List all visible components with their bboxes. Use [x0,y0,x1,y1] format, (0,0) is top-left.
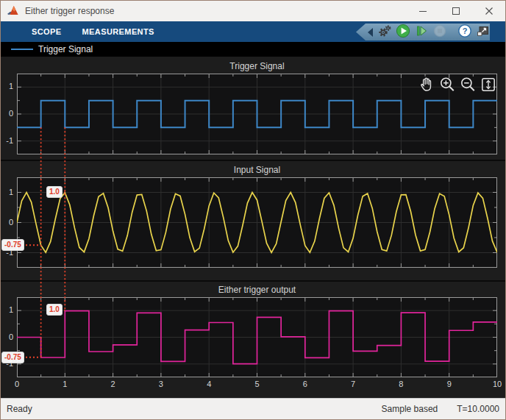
x-tick-label: 0 [9,380,25,388]
cursor-value-label-output-max: 1.0 [46,304,63,316]
help-button[interactable]: ? [457,24,472,40]
status-sim-time: T=10.0000 [457,404,499,414]
scope-window: Either trigger response SCOPE MEASUREMEN… [0,0,506,420]
x-tick-label: 5 [249,380,266,388]
x-tick-label: 7 [345,380,361,388]
fit-to-view-button[interactable] [479,76,497,95]
y-tick-label: -1 [1,136,13,145]
y-tick-label: 0 [1,218,13,227]
plot-canvas-2[interactable] [17,177,497,268]
zoom-out-button[interactable] [458,76,477,95]
x-tick-label: 6 [297,380,313,388]
step-forward-button[interactable] [414,24,429,40]
step-forward-icon [414,24,429,40]
legend[interactable]: Trigger Signal [1,42,505,57]
run-button[interactable] [396,24,410,40]
x-tick-label: 4 [201,380,217,388]
x-tick-label: 10 [489,380,505,388]
panel-title-trigger: Trigger Signal [17,61,497,71]
cursor-value-label-output-min: -0.75 [1,352,24,363]
status-sample-mode: Sample based [382,404,438,414]
tab-measurements-label: MEASUREMENTS [82,27,154,36]
dock-window-icon [476,24,491,40]
dock-button[interactable] [476,24,491,40]
collapse-arrow-icon[interactable] [368,28,373,37]
statusbar: Ready Sample based T=10.0000 [1,398,505,419]
y-tick-label: 0 [1,332,13,341]
maximize-button[interactable] [439,1,472,21]
panel-separator [1,160,505,161]
simulation-settings-button[interactable] [377,24,392,40]
x-tick-label: 9 [441,380,457,388]
stop-icon [432,24,447,40]
window-title: Either trigger response [25,6,114,16]
window-controls [406,1,505,21]
zoom-in-button[interactable] [438,76,456,95]
zoom-out-icon [459,76,477,96]
stop-button[interactable] [432,24,447,40]
y-tick-label: 1 [1,82,13,90]
zoom-in-icon [438,76,456,96]
ribbon-toolbar: SCOPE MEASUREMENTS [1,21,505,42]
scope-display: Trigger Signal Trigger Signal Input Sign… [1,42,505,398]
simulation-toolbar: ? [356,24,490,40]
svg-text:?: ? [463,26,468,35]
axes-hover-toolbar [417,76,497,95]
titlebar: Either trigger response [1,1,505,21]
tab-scope-label: SCOPE [32,27,62,36]
minimize-button[interactable] [406,1,439,21]
panel-separator [1,280,505,282]
x-tick-label: 2 [105,380,121,388]
x-tick-label: 8 [393,380,409,388]
matlab-logo-icon [7,4,20,18]
x-tick-label: 3 [153,380,169,388]
gears-icon [377,24,392,40]
x-tick-label: 1 [57,380,73,388]
tab-measurements[interactable]: MEASUREMENTS [72,21,165,42]
legend-line-sample [11,49,33,50]
fit-to-view-icon [480,76,497,96]
help-icon: ? [457,24,472,40]
run-play-icon [396,24,410,40]
legend-item-label: Trigger Signal [38,44,93,54]
pan-tool-button[interactable] [417,76,435,95]
y-tick-label: 1 [1,188,13,196]
close-button[interactable] [472,1,505,21]
panel-title-input: Input Signal [17,165,497,175]
status-ready: Ready [7,404,382,414]
tab-scope[interactable]: SCOPE [21,21,72,42]
y-tick-label: 0 [1,109,13,118]
cursor-value-label-input-min: -0.75 [1,239,24,251]
panel-title-output: Either trigger output [17,285,497,295]
y-tick-label: 1 [1,305,13,314]
cursor-value-label-input-max: 1.0 [46,186,63,198]
hand-icon [418,76,435,96]
plot-canvas-3[interactable] [17,297,497,377]
